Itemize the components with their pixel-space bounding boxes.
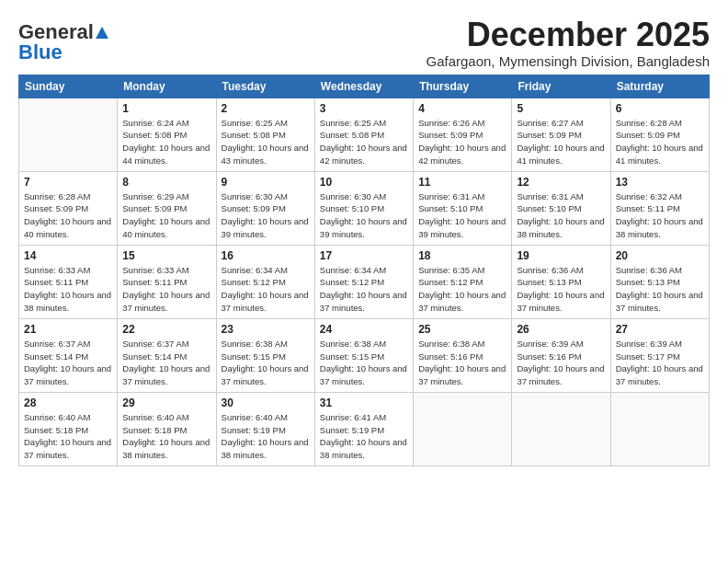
table-row: 5Sunrise: 6:27 AMSunset: 5:09 PMDaylight…	[512, 98, 610, 171]
day-number: 22	[122, 323, 210, 336]
table-row: 31Sunrise: 6:41 AMSunset: 5:19 PMDayligh…	[314, 392, 413, 465]
table-row: 10Sunrise: 6:30 AMSunset: 5:10 PMDayligh…	[314, 171, 413, 245]
logo-blue: Blue	[18, 40, 63, 64]
svg-marker-0	[96, 27, 108, 39]
day-info: Sunrise: 6:37 AMSunset: 5:14 PMDaylight:…	[24, 338, 112, 388]
day-number: 6	[616, 102, 704, 115]
day-info: Sunrise: 6:34 AMSunset: 5:12 PMDaylight:…	[320, 264, 408, 315]
table-row: 17Sunrise: 6:34 AMSunset: 5:12 PMDayligh…	[314, 245, 413, 318]
day-info: Sunrise: 6:38 AMSunset: 5:15 PMDaylight:…	[320, 338, 408, 388]
day-number: 18	[418, 249, 506, 262]
calendar-week-row: 21Sunrise: 6:37 AMSunset: 5:14 PMDayligh…	[19, 318, 710, 392]
month-title: December 2025	[426, 17, 710, 53]
table-row: 19Sunrise: 6:36 AMSunset: 5:13 PMDayligh…	[512, 245, 610, 318]
day-number: 30	[222, 396, 310, 409]
col-wednesday: Wednesday	[314, 75, 413, 98]
table-row: 21Sunrise: 6:37 AMSunset: 5:14 PMDayligh…	[19, 318, 118, 392]
day-number: 17	[320, 249, 408, 262]
day-info: Sunrise: 6:37 AMSunset: 5:14 PMDaylight:…	[122, 338, 210, 388]
col-thursday: Thursday	[414, 75, 512, 98]
table-row	[512, 392, 610, 465]
table-row: 30Sunrise: 6:40 AMSunset: 5:19 PMDayligh…	[216, 392, 314, 465]
day-number: 13	[616, 176, 704, 189]
calendar-table: Sunday Monday Tuesday Wednesday Thursday…	[18, 75, 710, 466]
logo: General Blue	[18, 20, 109, 64]
day-info: Sunrise: 6:27 AMSunset: 5:09 PMDaylight:…	[517, 117, 605, 167]
table-row: 6Sunrise: 6:28 AMSunset: 5:09 PMDaylight…	[610, 98, 709, 171]
day-number: 3	[320, 102, 408, 115]
day-number: 23	[222, 323, 310, 336]
day-number: 7	[24, 176, 112, 189]
day-number: 21	[24, 323, 112, 336]
day-info: Sunrise: 6:28 AMSunset: 5:09 PMDaylight:…	[616, 117, 704, 167]
day-number: 25	[418, 323, 506, 336]
day-number: 31	[320, 396, 408, 409]
day-info: Sunrise: 6:40 AMSunset: 5:18 PMDaylight:…	[122, 411, 210, 462]
day-number: 5	[517, 102, 605, 115]
day-info: Sunrise: 6:28 AMSunset: 5:09 PMDaylight:…	[24, 190, 112, 241]
table-row: 12Sunrise: 6:31 AMSunset: 5:10 PMDayligh…	[512, 171, 610, 245]
day-number: 16	[222, 249, 310, 262]
day-number: 8	[122, 176, 210, 189]
day-info: Sunrise: 6:34 AMSunset: 5:12 PMDaylight:…	[222, 264, 310, 315]
day-info: Sunrise: 6:30 AMSunset: 5:09 PMDaylight:…	[222, 190, 310, 241]
day-number: 15	[122, 249, 210, 262]
table-row: 24Sunrise: 6:38 AMSunset: 5:15 PMDayligh…	[314, 318, 413, 392]
day-info: Sunrise: 6:38 AMSunset: 5:15 PMDaylight:…	[222, 338, 310, 388]
day-info: Sunrise: 6:26 AMSunset: 5:09 PMDaylight:…	[418, 117, 506, 167]
table-row: 16Sunrise: 6:34 AMSunset: 5:12 PMDayligh…	[216, 245, 314, 318]
day-number: 24	[320, 323, 408, 336]
day-number: 28	[24, 396, 112, 409]
day-info: Sunrise: 6:32 AMSunset: 5:11 PMDaylight:…	[616, 190, 704, 241]
table-row: 25Sunrise: 6:38 AMSunset: 5:16 PMDayligh…	[414, 318, 512, 392]
col-friday: Friday	[512, 75, 610, 98]
day-info: Sunrise: 6:31 AMSunset: 5:10 PMDaylight:…	[418, 190, 506, 241]
day-info: Sunrise: 6:38 AMSunset: 5:16 PMDaylight:…	[418, 338, 506, 388]
calendar-week-row: 7Sunrise: 6:28 AMSunset: 5:09 PMDaylight…	[19, 171, 710, 245]
table-row: 2Sunrise: 6:25 AMSunset: 5:08 PMDaylight…	[216, 98, 314, 171]
table-row	[414, 392, 512, 465]
table-row: 11Sunrise: 6:31 AMSunset: 5:10 PMDayligh…	[414, 171, 512, 245]
table-row	[19, 98, 118, 171]
day-number: 9	[222, 176, 310, 189]
day-info: Sunrise: 6:40 AMSunset: 5:18 PMDaylight:…	[24, 411, 112, 462]
day-number: 27	[616, 323, 704, 336]
day-info: Sunrise: 6:35 AMSunset: 5:12 PMDaylight:…	[418, 264, 506, 315]
day-number: 12	[517, 176, 605, 189]
table-row: 8Sunrise: 6:29 AMSunset: 5:09 PMDaylight…	[118, 171, 216, 245]
day-info: Sunrise: 6:33 AMSunset: 5:11 PMDaylight:…	[122, 264, 210, 315]
day-info: Sunrise: 6:30 AMSunset: 5:10 PMDaylight:…	[320, 190, 408, 241]
day-info: Sunrise: 6:40 AMSunset: 5:19 PMDaylight:…	[222, 411, 310, 462]
day-number: 14	[24, 249, 112, 262]
table-row: 7Sunrise: 6:28 AMSunset: 5:09 PMDaylight…	[19, 171, 118, 245]
day-info: Sunrise: 6:25 AMSunset: 5:08 PMDaylight:…	[320, 117, 408, 167]
day-info: Sunrise: 6:25 AMSunset: 5:08 PMDaylight:…	[222, 117, 310, 167]
table-row: 27Sunrise: 6:39 AMSunset: 5:17 PMDayligh…	[610, 318, 709, 392]
table-row: 29Sunrise: 6:40 AMSunset: 5:18 PMDayligh…	[118, 392, 216, 465]
day-number: 26	[517, 323, 605, 336]
calendar-header-row: Sunday Monday Tuesday Wednesday Thursday…	[19, 75, 710, 98]
table-row: 14Sunrise: 6:33 AMSunset: 5:11 PMDayligh…	[19, 245, 118, 318]
calendar-week-row: 1Sunrise: 6:24 AMSunset: 5:08 PMDaylight…	[19, 98, 710, 171]
calendar-week-row: 28Sunrise: 6:40 AMSunset: 5:18 PMDayligh…	[19, 392, 710, 465]
day-number: 2	[222, 102, 310, 115]
day-number: 19	[517, 249, 605, 262]
day-number: 11	[418, 176, 506, 189]
header: General Blue December 2025 Gafargaon, My…	[18, 17, 710, 69]
day-info: Sunrise: 6:41 AMSunset: 5:19 PMDaylight:…	[320, 411, 408, 462]
table-row: 3Sunrise: 6:25 AMSunset: 5:08 PMDaylight…	[314, 98, 413, 171]
day-number: 1	[122, 102, 210, 115]
table-row: 28Sunrise: 6:40 AMSunset: 5:18 PMDayligh…	[19, 392, 118, 465]
table-row: 22Sunrise: 6:37 AMSunset: 5:14 PMDayligh…	[118, 318, 216, 392]
day-info: Sunrise: 6:36 AMSunset: 5:13 PMDaylight:…	[616, 264, 704, 315]
col-sunday: Sunday	[19, 75, 118, 98]
table-row: 23Sunrise: 6:38 AMSunset: 5:15 PMDayligh…	[216, 318, 314, 392]
day-info: Sunrise: 6:33 AMSunset: 5:11 PMDaylight:…	[24, 264, 112, 315]
location: Gafargaon, Mymensingh Division, Banglade…	[426, 53, 710, 69]
day-number: 4	[418, 102, 506, 115]
col-monday: Monday	[118, 75, 216, 98]
table-row	[610, 392, 709, 465]
day-info: Sunrise: 6:31 AMSunset: 5:10 PMDaylight:…	[517, 190, 605, 241]
day-info: Sunrise: 6:24 AMSunset: 5:08 PMDaylight:…	[122, 117, 210, 167]
day-info: Sunrise: 6:36 AMSunset: 5:13 PMDaylight:…	[517, 264, 605, 315]
